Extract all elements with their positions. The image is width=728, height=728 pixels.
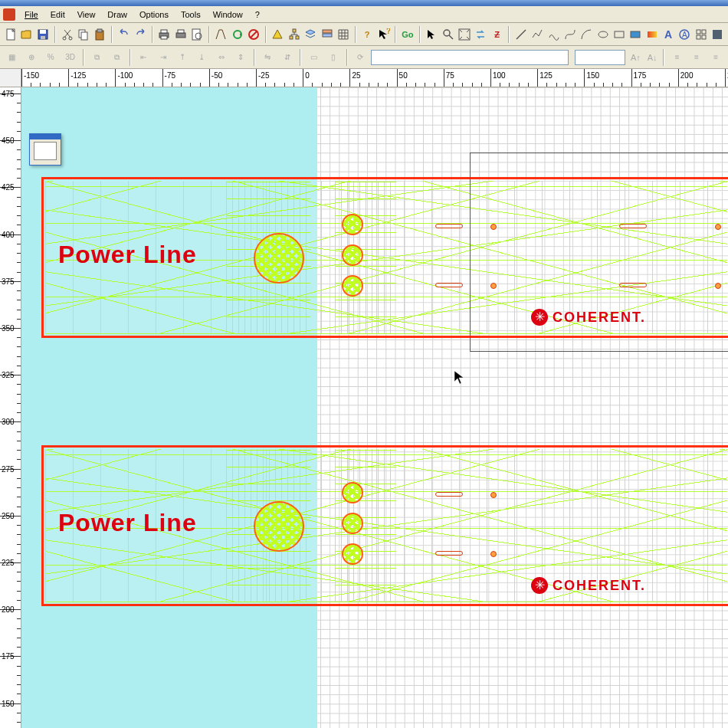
menu-options[interactable]: Options (133, 8, 175, 21)
ruler-horizontal[interactable]: -150-125-100-75-50-250255075100125150175… (21, 69, 728, 87)
polyline-tool[interactable] (530, 26, 545, 43)
slot-shape[interactable] (435, 551, 463, 556)
group-btn-2[interactable]: ⧉ (107, 49, 125, 66)
exchange-button[interactable] (474, 26, 488, 43)
undo-button[interactable] (116, 26, 131, 43)
menu-file[interactable]: File (18, 8, 44, 21)
stop-button[interactable] (246, 26, 261, 43)
curve-tool[interactable] (546, 26, 561, 43)
struct-button[interactable] (287, 26, 301, 43)
sim-button[interactable]: Go (400, 26, 415, 43)
separator (346, 49, 348, 66)
scale-btn[interactable]: % (42, 49, 60, 66)
grid-button[interactable] (336, 26, 350, 43)
fill-rect-icon (711, 28, 723, 41)
whatsthis-button[interactable]: ? (376, 26, 391, 43)
selection-rectangle[interactable] (470, 152, 728, 352)
ellipse-tool[interactable] (595, 26, 610, 43)
align-top-btn[interactable]: ⤒ (173, 49, 191, 66)
text-tool[interactable]: A (661, 26, 675, 43)
align-hc-btn[interactable]: ⇔ (212, 49, 230, 66)
layers2-button[interactable] (320, 26, 334, 43)
3d-btn[interactable]: 3D (61, 49, 79, 66)
slot-shape[interactable] (435, 492, 463, 497)
layers-button[interactable] (303, 26, 318, 43)
align-right-btn[interactable]: ⇥ (154, 49, 172, 66)
gradient-tool[interactable] (644, 26, 659, 43)
align-vc-btn[interactable]: ⇕ (231, 49, 249, 66)
rotate-btn[interactable]: ⟳ (352, 49, 369, 66)
line-tool[interactable] (513, 26, 528, 43)
txtalign-r-btn[interactable]: ≡ (707, 49, 725, 66)
copy-button[interactable] (76, 26, 90, 43)
redo-button[interactable] (133, 26, 147, 43)
menu-draw[interactable]: Draw (101, 8, 133, 21)
font-dropdown[interactable] (371, 50, 569, 65)
align-btn-1[interactable]: ▦ (3, 49, 21, 66)
circle-shape[interactable] (342, 513, 363, 534)
txtalign-c-btn[interactable]: ≡ (687, 49, 705, 66)
group-btn-1[interactable]: ⧉ (88, 49, 106, 66)
mirror-h-btn[interactable]: ⇋ (259, 49, 277, 66)
coherent-logo[interactable]: COHERENT. (531, 577, 646, 594)
ruler-vertical[interactable]: 4754504254003753503253002752502252001751… (0, 87, 21, 728)
zoomfit-button[interactable] (457, 26, 471, 43)
align-bot-btn[interactable]: ⤓ (193, 49, 211, 66)
dist-v-btn[interactable]: ▯ (324, 49, 342, 66)
size-spinbox[interactable] (575, 50, 626, 65)
zoom-button[interactable] (441, 26, 455, 43)
print2-button[interactable] (173, 26, 188, 43)
circle-shape[interactable] (342, 275, 363, 297)
strikethrough-button[interactable]: Z (490, 26, 504, 43)
circle-shape[interactable] (254, 501, 304, 552)
menu-tools[interactable]: Tools (175, 8, 207, 21)
menu-help[interactable]: ? (249, 8, 266, 21)
floating-palette[interactable] (29, 133, 61, 166)
circle-shape[interactable] (342, 482, 363, 503)
new-button[interactable] (3, 26, 18, 43)
paste-button[interactable] (93, 26, 107, 43)
font-dec-btn[interactable]: A↓ (645, 50, 659, 65)
menu-window[interactable]: Window (207, 8, 249, 21)
slot-shape[interactable] (435, 224, 463, 228)
font-inc-btn[interactable]: A↑ (628, 50, 642, 65)
cut-button[interactable] (60, 26, 74, 43)
slot-shape[interactable] (435, 283, 463, 287)
tool-cut-button[interactable] (214, 26, 228, 43)
hole-shape[interactable] (490, 492, 497, 498)
fill-tool[interactable] (710, 26, 724, 43)
save-button[interactable] (36, 26, 51, 43)
circle-shape[interactable] (254, 233, 304, 284)
power-line-label[interactable]: Power Line (58, 241, 197, 269)
open-button[interactable] (19, 26, 34, 43)
help-button[interactable]: ? (360, 26, 375, 43)
preview-button[interactable] (189, 26, 204, 43)
bezier-tool[interactable] (562, 26, 577, 43)
txtalign-l-btn[interactable]: ≡ (668, 49, 686, 66)
pointer-help-icon: ? (378, 28, 390, 41)
mirror-v-btn[interactable]: ⇵ (278, 49, 296, 66)
weld-tool[interactable]: A (677, 26, 692, 43)
circle-shape[interactable] (342, 214, 363, 235)
hole-shape[interactable] (490, 551, 497, 557)
circle-shape[interactable] (342, 244, 363, 266)
power-line-label[interactable]: Power Line (58, 509, 197, 537)
align-btn-2[interactable]: ⊕ (22, 49, 40, 66)
menu-view[interactable]: View (71, 8, 102, 21)
align-left-btn[interactable]: ⇤ (135, 49, 152, 66)
fillrect-tool[interactable] (628, 26, 643, 43)
print-button[interactable] (157, 26, 172, 43)
select-button[interactable] (425, 26, 439, 43)
cycle-button[interactable] (230, 26, 244, 43)
rect-tool[interactable] (612, 26, 626, 43)
warn-button[interactable] (271, 26, 285, 43)
separator (355, 26, 356, 43)
curve-icon (548, 28, 560, 41)
arc-tool[interactable] (579, 26, 594, 43)
grid2-tool[interactable] (694, 26, 708, 43)
canvas[interactable]: Power Line COHERENT. (21, 87, 728, 728)
svg-rect-36 (697, 30, 700, 34)
menu-edit[interactable]: Edit (44, 8, 71, 21)
circle-shape[interactable] (342, 543, 363, 565)
dist-h-btn[interactable]: ▭ (305, 49, 323, 66)
